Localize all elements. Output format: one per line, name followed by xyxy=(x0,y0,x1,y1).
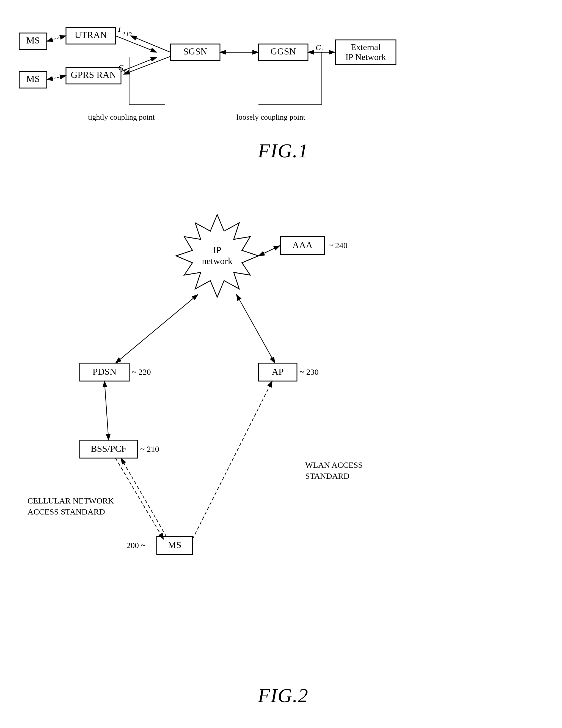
svg-text:SGSN: SGSN xyxy=(184,46,207,56)
svg-text:~ 210: ~ 210 xyxy=(140,444,159,453)
svg-line-15 xyxy=(47,36,66,41)
svg-line-53 xyxy=(116,294,198,363)
fig1-area: MS MS UTRAN GPRS RAN SGSN GGSN External … xyxy=(11,17,555,168)
svg-text:network: network xyxy=(202,256,232,266)
page: MS MS UTRAN GPRS RAN SGSN GGSN External … xyxy=(0,0,562,728)
svg-text:G: G xyxy=(315,43,321,52)
svg-text:PDSN: PDSN xyxy=(93,366,117,377)
svg-text:tightly coupling point: tightly coupling point xyxy=(88,113,155,121)
fig2-area: IP network AAA ~ 240 PDSN ~ 220 AP ~ 230 xyxy=(11,193,555,715)
svg-text:~ 240: ~ 240 xyxy=(328,241,347,250)
svg-line-24 xyxy=(124,56,171,74)
svg-text:STANDARD: STANDARD xyxy=(305,471,349,480)
fig1-label: FIG.1 xyxy=(258,139,308,162)
fig2-svg: IP network AAA ~ 240 PDSN ~ 220 AP ~ 230 xyxy=(11,193,555,688)
svg-text:MS: MS xyxy=(26,74,40,84)
svg-text:UTRAN: UTRAN xyxy=(75,30,107,40)
svg-text:External: External xyxy=(351,42,381,52)
svg-text:I: I xyxy=(118,25,121,33)
svg-text:ACCESS STANDARD: ACCESS STANDARD xyxy=(28,507,105,516)
svg-line-64 xyxy=(193,381,272,539)
svg-text:~ 220: ~ 220 xyxy=(132,367,151,376)
svg-text:~ 230: ~ 230 xyxy=(300,367,319,376)
svg-text:BSS/PCF: BSS/PCF xyxy=(91,444,127,454)
svg-text:IP Network: IP Network xyxy=(345,52,386,62)
svg-line-54 xyxy=(237,294,275,363)
svg-line-62 xyxy=(121,458,166,537)
svg-text:CELLULAR NETWORK: CELLULAR NETWORK xyxy=(28,496,114,505)
fig2-label: FIG.2 xyxy=(258,684,308,707)
svg-text:GPRS RAN: GPRS RAN xyxy=(71,70,116,80)
svg-text:200 ~: 200 ~ xyxy=(127,541,146,550)
svg-text:WLAN ACCESS: WLAN ACCESS xyxy=(305,460,363,469)
svg-text:i: i xyxy=(321,48,323,54)
svg-line-58 xyxy=(105,381,109,440)
svg-text:AAA: AAA xyxy=(292,240,312,250)
svg-line-46 xyxy=(259,246,280,256)
svg-text:GGSN: GGSN xyxy=(271,46,296,56)
svg-text:MS: MS xyxy=(26,35,40,45)
svg-text:u-ps: u-ps xyxy=(122,29,132,36)
svg-text:AP: AP xyxy=(272,366,283,377)
svg-text:IP: IP xyxy=(213,245,221,255)
svg-line-63 xyxy=(116,458,164,539)
svg-text:G: G xyxy=(118,63,124,72)
svg-line-16 xyxy=(47,76,66,80)
svg-text:loosely coupling point: loosely coupling point xyxy=(237,113,305,121)
fig1-svg: MS MS UTRAN GPRS RAN SGSN GGSN External … xyxy=(11,17,555,154)
svg-text:MS: MS xyxy=(168,540,181,550)
